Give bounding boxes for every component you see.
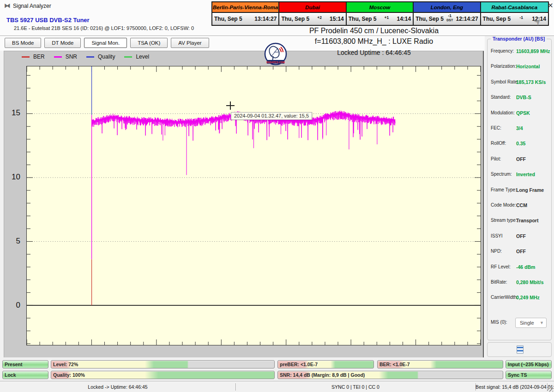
- transponder-row: Spectrum:Inverted: [491, 172, 548, 178]
- transponder-row-label: RF Level:: [491, 264, 511, 269]
- clock-time: Thu, Sep 5 -1DST 12:14:27: [414, 13, 480, 25]
- clock-time: Thu, Sep 5 +1 14:14: [347, 13, 413, 25]
- clock-city-label: Rabat-Casablanca: [481, 2, 548, 13]
- clock-time: Thu, Sep 5 +2 15:14: [279, 13, 345, 25]
- transponder-row-value: DVB-S: [516, 95, 531, 100]
- chart-legend: BER SNR Quality Level: [22, 53, 158, 60]
- frequency-header: f=11603,800 MHz_H_ : LUXE Radio: [259, 37, 489, 46]
- clock-day: Thu, Sep 5: [214, 16, 242, 22]
- legend-label: Level: [136, 53, 149, 60]
- snr-bar: SNR: 14,4 dB (Margin: 8,9 dB | Good): [277, 371, 503, 379]
- transponder-row: BitRate:0,280 Mbit/s: [491, 279, 548, 286]
- mis-dropdown[interactable]: Single ▼: [515, 318, 547, 328]
- transponder-row: Standard:DVB-S: [491, 95, 548, 101]
- mis-selected-value: Single: [520, 320, 534, 326]
- crosshair-cursor: [226, 101, 235, 110]
- clock-time-value: 15:14: [330, 16, 344, 22]
- close-icon[interactable]: ✕: [548, 2, 554, 9]
- tab-signal-mon[interactable]: Signal Mon.: [84, 38, 127, 48]
- clock-day: Thu, Sep 5: [416, 16, 444, 22]
- transponder-row: NPD:OFF: [491, 249, 548, 255]
- window-title: Signal Analyzer: [13, 3, 51, 9]
- transponder-row-value: -46 dBm: [516, 264, 535, 270]
- transponder-row-value: OFF: [516, 233, 526, 239]
- quality-line-swatch: [86, 56, 94, 58]
- transponder-row: Code Mode:CCM: [491, 202, 548, 209]
- status-locked-uptime: Locked -> Uptime: 64:46:45: [0, 381, 235, 392]
- transponder-row-label: Polarization:: [491, 64, 516, 69]
- mis-label: MIS (0):: [491, 320, 507, 325]
- transponder-row-value: Inverted: [516, 172, 535, 177]
- y-axis-label-0: 0: [5, 301, 20, 310]
- transponder-row: FEC:3/4: [491, 125, 548, 132]
- transponder-row: Polarization:Horizontal: [491, 64, 548, 70]
- transponder-row: ISSYIOFF: [491, 233, 548, 240]
- clock-utc-offset: -1: [511, 17, 532, 21]
- transponder-row-label: Frequency:: [491, 48, 514, 53]
- transponder-groupbox: Transponder (AU) [BS] Frequency:11603,85…: [487, 39, 552, 340]
- clock-utc-offset: -1DST: [444, 15, 456, 23]
- transponder-row-label: Frame Type:: [491, 187, 517, 192]
- clock-day: Thu, Sep 5: [281, 16, 309, 22]
- transponder-row-value: 11603,859 MHz: [516, 48, 550, 54]
- y-axis-label-10: 10: [5, 172, 20, 182]
- status-best-signal: Best signal: 15,4 dB (2024-09-04 01:32): [476, 381, 547, 392]
- transponder-row-value: Long Frame: [516, 187, 544, 193]
- tab-av-player[interactable]: AV Player: [171, 38, 209, 48]
- clock-utc-offset: +1: [376, 17, 397, 21]
- input-indicator: Input (~235 Kbps): [506, 360, 552, 368]
- preber-bar: preBER: <1.0E-7: [277, 360, 374, 368]
- status-sync-counters: SYNC 0 | TEI 0 | CC 0: [235, 381, 476, 392]
- clock-time-value: 14:14: [397, 16, 411, 22]
- sidebar: Transponder (AU) [BS] Frequency:11603,85…: [485, 36, 554, 392]
- clock-day: Thu, Sep 5: [483, 16, 511, 22]
- transponder-row-value: Horizontal: [516, 64, 540, 69]
- level-bar: Level: 72%: [51, 360, 275, 368]
- snr-line-swatch: [54, 56, 62, 58]
- logo-text: DXSATCS.COM: [266, 61, 285, 64]
- transponder-row-value: OFF: [516, 249, 526, 254]
- clock-city-label: Berlin-Paris-Vienna-Roma: [212, 2, 278, 13]
- transponder-row-label: NPD:: [491, 249, 502, 254]
- ber-line-swatch: [22, 56, 30, 58]
- transponder-row-label: Spectrum:: [491, 172, 512, 177]
- tuner-details: 21.6E - Eutelsat 21B SES 16 (ID: 0216) @…: [14, 25, 194, 31]
- legend-item-snr: SNR: [54, 53, 77, 60]
- transponder-row-label: Standard:: [491, 95, 511, 100]
- tab-dt-mode[interactable]: DT Mode: [44, 38, 81, 48]
- clock-column: Dubai Thu, Sep 5 +2 15:14: [279, 2, 346, 25]
- quality-bar: Quality: 100%: [51, 371, 275, 379]
- transponder-row-label: Code Mode:: [491, 202, 516, 208]
- status-bar: Locked -> Uptime: 64:46:45 SYNC 0 | TEI …: [0, 381, 554, 392]
- legend-item-ber: BER: [22, 53, 45, 60]
- list-icon[interactable]: [517, 345, 524, 354]
- resize-grip[interactable]: [547, 386, 553, 392]
- secondary-groupbox: [487, 342, 552, 357]
- transponder-row: Frame Type:Long Frame: [491, 187, 548, 194]
- transponder-row-label: Pilot:: [491, 156, 501, 161]
- transponder-row-value: OFF: [516, 156, 526, 162]
- tab-tsa[interactable]: TSA (OK): [130, 38, 168, 48]
- chevron-down-icon: ▼: [540, 318, 544, 328]
- level-line-swatch: [124, 56, 132, 58]
- clock-utc-offset: +2: [309, 17, 330, 21]
- transponder-row-label: ISSYI: [491, 233, 503, 238]
- transponder-row-label: RollOff:: [491, 141, 506, 146]
- transponder-row: Pilot:OFF: [491, 156, 548, 163]
- site-header: PF Prodelin 450 cm / Lucenec-Slovakia: [259, 27, 489, 35]
- clock-city-label: Moscow: [347, 2, 413, 13]
- divider: [0, 36, 554, 36]
- mode-tabs: BS Mode DT Mode Signal Mon. TSA (OK) AV …: [5, 38, 209, 48]
- clock-time: Thu, Sep 5 13:14:27: [212, 13, 278, 25]
- legend-item-quality: Quality: [86, 53, 115, 60]
- y-axis-label-15: 15: [5, 108, 20, 118]
- transponder-row-label: CarrierWidth:: [491, 295, 518, 300]
- tuner-name: TBS 5927 USB DVB-S2 Tuner: [6, 17, 90, 24]
- dxsatcs-logo: DXSATCS.COM: [264, 42, 287, 65]
- y-axis-label-5: 5: [5, 237, 20, 246]
- transponder-row-label: BitRate:: [491, 279, 507, 285]
- signal-plot-canvas[interactable]: [26, 66, 481, 345]
- uptime-header: Locked Uptime : 64:46:45: [259, 49, 489, 56]
- tab-bs-mode[interactable]: BS Mode: [5, 38, 41, 48]
- transponder-row-label: Stream type:: [491, 218, 517, 223]
